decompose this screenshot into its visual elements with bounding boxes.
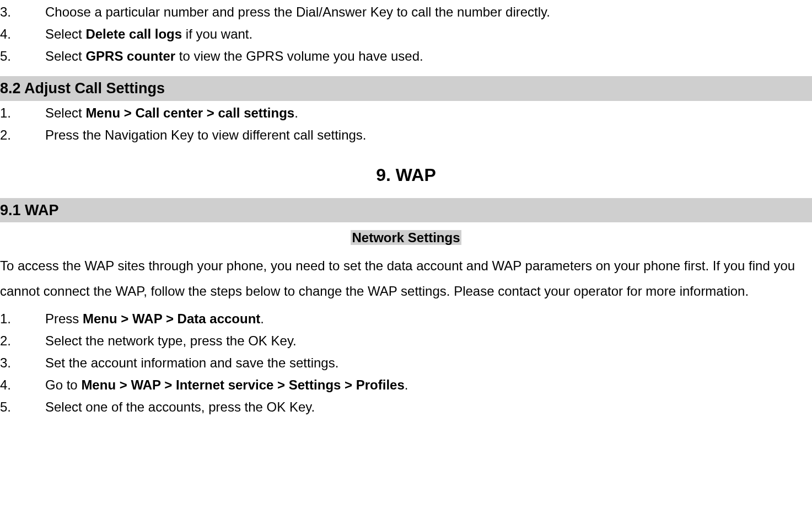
list-number: 3. xyxy=(0,2,45,22)
list-text: Select one of the accounts, press the OK… xyxy=(45,397,812,417)
chapter-heading-9: 9. WAP xyxy=(0,162,812,188)
list-item: 2. Press the Navigation Key to view diff… xyxy=(0,125,812,145)
list-text: Go to Menu > WAP > Internet service > Se… xyxy=(45,375,812,395)
list-item: 4. Select Delete call logs if you want. xyxy=(0,24,812,44)
list-item: 3. Set the account information and save … xyxy=(0,353,812,373)
list-item: 2. Select the network type, press the OK… xyxy=(0,331,812,351)
list-item: 1. Select Menu > Call center > call sett… xyxy=(0,103,812,123)
list-item: 4. Go to Menu > WAP > Internet service >… xyxy=(0,375,812,395)
list-text: Select Delete call logs if you want. xyxy=(45,24,812,44)
paragraph: To access the WAP sites through your pho… xyxy=(0,253,812,303)
section-heading-8-2: 8.2 Adjust Call Settings xyxy=(0,76,812,101)
list-number: 5. xyxy=(0,397,45,417)
list-number: 4. xyxy=(0,24,45,44)
sub-heading-network-settings: Network Settings xyxy=(0,228,812,248)
document-page: 3. Choose a particular number and press … xyxy=(0,2,812,417)
list-text: Choose a particular number and press the… xyxy=(45,2,812,22)
list-item: 5. Select one of the accounts, press the… xyxy=(0,397,812,417)
list-item: 5. Select GPRS counter to view the GPRS … xyxy=(0,46,812,66)
list-item: 3. Choose a particular number and press … xyxy=(0,2,812,22)
list-text: Press Menu > WAP > Data account. xyxy=(45,309,812,329)
list-text: Set the account information and save the… xyxy=(45,353,812,373)
list-number: 1. xyxy=(0,309,45,329)
list-number: 4. xyxy=(0,375,45,395)
list-text: Select GPRS counter to view the GPRS vol… xyxy=(45,46,812,66)
list-text: Press the Navigation Key to view differe… xyxy=(45,125,812,145)
list-number: 3. xyxy=(0,353,45,373)
list-number: 2. xyxy=(0,125,45,145)
section-heading-9-1: 9.1 WAP xyxy=(0,198,812,223)
list-text: Select the network type, press the OK Ke… xyxy=(45,331,812,351)
list-item: 1. Press Menu > WAP > Data account. xyxy=(0,309,812,329)
list-number: 1. xyxy=(0,103,45,123)
list-number: 2. xyxy=(0,331,45,351)
list-number: 5. xyxy=(0,46,45,66)
list-text: Select Menu > Call center > call setting… xyxy=(45,103,812,123)
